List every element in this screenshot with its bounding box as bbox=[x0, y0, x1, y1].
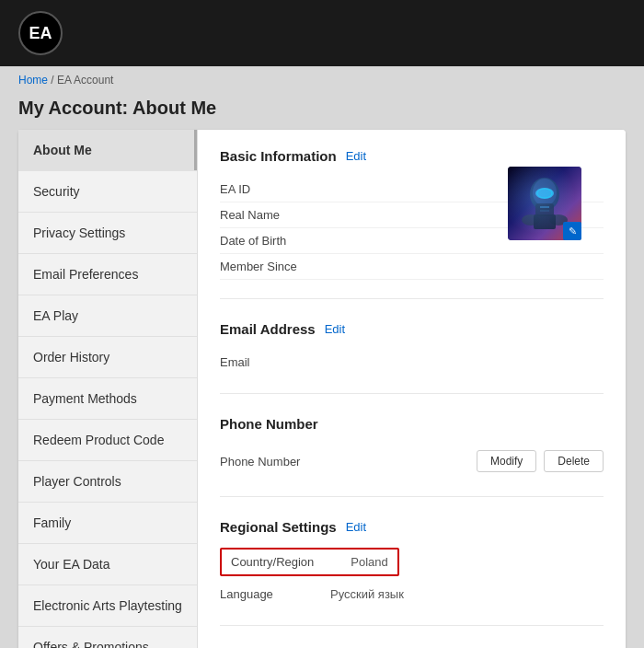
phone-number-title: Phone Number bbox=[220, 416, 318, 432]
member-since-row: Member Since bbox=[220, 254, 604, 280]
breadcrumb-home-link[interactable]: Home bbox=[18, 74, 48, 87]
sidebar-item-redeem-product-code[interactable]: Redeem Product Code bbox=[18, 420, 197, 461]
member-since-label: Member Since bbox=[220, 260, 330, 273]
sidebar-item-your-ea-data[interactable]: Your EA Data bbox=[18, 544, 197, 585]
phone-field-label: Phone Number bbox=[220, 455, 300, 469]
delete-button[interactable]: Delete bbox=[544, 450, 604, 472]
sidebar-item-family[interactable]: Family bbox=[18, 503, 197, 544]
avatar-edit-button[interactable]: ✎ bbox=[563, 222, 581, 240]
sidebar-item-about-me[interactable]: About Me bbox=[18, 130, 197, 171]
email-address-edit-link[interactable]: Edit bbox=[325, 322, 345, 336]
ea-id-label: EA ID bbox=[220, 182, 330, 196]
basic-information-title: Basic Information bbox=[220, 148, 337, 164]
regional-settings-header: Regional Settings Edit bbox=[220, 519, 604, 535]
ea-logo: EA bbox=[18, 11, 63, 55]
sidebar-item-email-preferences[interactable]: Email Preferences bbox=[18, 254, 197, 295]
basic-information-edit-link[interactable]: Edit bbox=[346, 149, 366, 163]
sidebar-item-security[interactable]: Security bbox=[18, 171, 197, 213]
svg-point-4 bbox=[535, 188, 554, 199]
email-address-header: Email Address Edit bbox=[220, 321, 604, 337]
sidebar-item-order-history[interactable]: Order History bbox=[18, 337, 197, 378]
svg-point-1 bbox=[530, 178, 559, 211]
sidebar-item-privacy-settings[interactable]: Privacy Settings bbox=[18, 213, 197, 254]
country-value: Poland bbox=[351, 555, 387, 569]
svg-rect-11 bbox=[534, 214, 556, 229]
phone-number-section: Phone Number Phone Number Modify Delete bbox=[220, 416, 604, 497]
svg-point-9 bbox=[522, 214, 540, 226]
svg-point-8 bbox=[537, 189, 552, 198]
content-area: Basic Information Edit EA ID Real Name D… bbox=[198, 130, 626, 648]
header: EA bbox=[0, 0, 644, 66]
breadcrumb: Home / EA Account bbox=[0, 66, 644, 94]
email-address-title: Email Address bbox=[220, 321, 316, 337]
language-label: Language bbox=[220, 587, 330, 601]
basic-information-header: Basic Information Edit bbox=[220, 148, 604, 164]
sidebar-item-payment-methods[interactable]: Payment Methods bbox=[18, 378, 197, 420]
phone-buttons: Modify Delete bbox=[477, 450, 604, 472]
email-row: Email bbox=[220, 350, 604, 375]
real-name-label: Real Name bbox=[220, 208, 330, 222]
page-title: My Account: About Me bbox=[0, 94, 644, 130]
dob-label: Date of Birth bbox=[220, 234, 330, 248]
basic-information-section: Basic Information Edit EA ID Real Name D… bbox=[220, 148, 604, 299]
phone-number-header: Phone Number bbox=[220, 416, 604, 432]
sidebar-item-electronic-arts-playtesting[interactable]: Electronic Arts Playtesting bbox=[18, 585, 197, 627]
modify-button[interactable]: Modify bbox=[477, 450, 536, 472]
email-label: Email bbox=[220, 355, 330, 369]
sidebar: About Me Security Privacy Settings Email… bbox=[18, 130, 198, 648]
breadcrumb-current: EA Account bbox=[57, 74, 113, 87]
main-container: About Me Security Privacy Settings Email… bbox=[18, 130, 626, 648]
sidebar-item-offers-promotions[interactable]: Offers & Promotions bbox=[18, 627, 197, 648]
phone-row: Phone Number Modify Delete bbox=[220, 445, 604, 478]
language-row: Language Русский язык bbox=[220, 582, 604, 607]
svg-point-2 bbox=[533, 179, 557, 206]
avatar-wrapper: ✎ bbox=[508, 167, 581, 240]
regional-settings-edit-link[interactable]: Edit bbox=[346, 520, 366, 534]
regional-settings-title: Regional Settings bbox=[220, 519, 337, 535]
sidebar-item-player-controls[interactable]: Player Controls bbox=[18, 461, 197, 503]
country-label: Country/Region bbox=[231, 555, 314, 569]
email-address-section: Email Address Edit Email bbox=[220, 321, 604, 394]
svg-rect-5 bbox=[535, 203, 554, 216]
sidebar-item-ea-play[interactable]: EA Play bbox=[18, 295, 197, 337]
country-region-highlighted-row: Country/Region Poland bbox=[220, 548, 399, 576]
svg-point-3 bbox=[535, 188, 554, 199]
language-value: Русский язык bbox=[330, 587, 404, 601]
country-row: Country/Region Poland bbox=[231, 555, 388, 569]
avatar-container: ✎ bbox=[508, 167, 581, 240]
regional-settings-section: Regional Settings Edit Country/Region Po… bbox=[220, 519, 604, 626]
